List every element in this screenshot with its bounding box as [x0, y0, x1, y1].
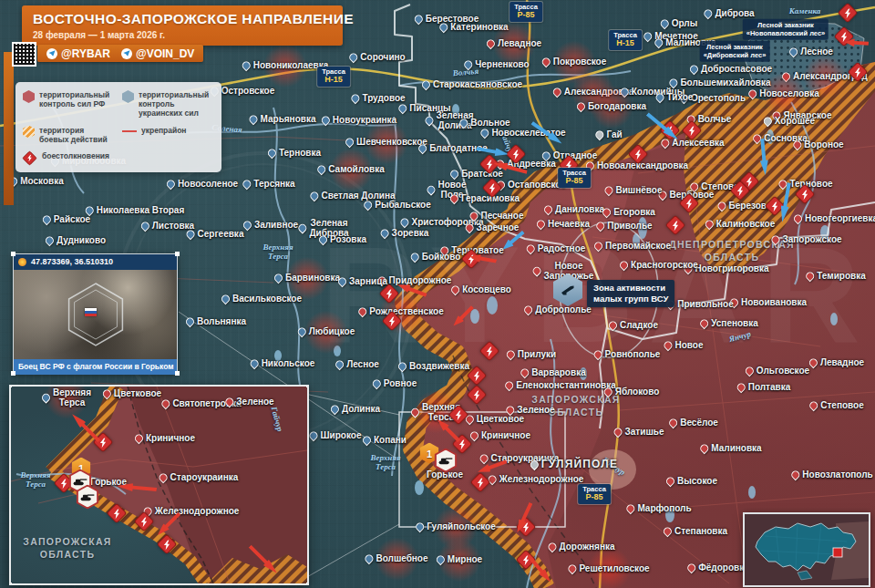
town-pin: [704, 219, 715, 231]
town-pin: [744, 366, 756, 377]
town-marker: Привольное: [666, 299, 734, 309]
town-label: Никольское: [262, 358, 315, 368]
tank-glyph: [73, 477, 88, 487]
town-marker: Розовка: [319, 234, 366, 244]
town-marker: Диброва: [704, 8, 754, 18]
town-pin: [133, 433, 145, 445]
town-pin: [770, 234, 782, 246]
legend-combat-label: территория боевых действий: [39, 126, 115, 144]
town-label: Орлы: [672, 18, 698, 28]
town-label: Самойловка: [328, 164, 384, 174]
town-label: Яблоково: [615, 387, 660, 397]
town-pin: [594, 129, 606, 141]
town-pin: [804, 271, 816, 283]
town-marker: Райское: [43, 214, 90, 224]
legend-fortified-label: укрепрайон: [141, 126, 187, 135]
town-label: Терсянка: [253, 179, 294, 189]
town-pin: [504, 405, 516, 417]
town-marker: Нечаевка: [537, 219, 590, 229]
town-marker: Запорожское: [771, 234, 841, 244]
town-marker: Вольное: [459, 118, 510, 128]
town-label: Широкое: [321, 430, 362, 440]
channel-rybar-label: @RYBAR: [61, 48, 110, 59]
town-label: Любицкое: [309, 326, 355, 336]
town-pin: [594, 221, 606, 232]
vsu-activity-line1: Зона активности: [593, 283, 668, 294]
town-pin: [663, 340, 674, 352]
road-badge-number: Н-15: [613, 39, 637, 48]
town-marker: Новосоленое: [167, 179, 238, 189]
legend-ua-control: территориальный контроль украинских сил: [122, 90, 214, 119]
town-marker: Старокасьяновское: [422, 79, 522, 89]
tactical-inset-map: Верхняя ТерсаЦветковоеСвятопетровкаЗелен…: [9, 385, 309, 585]
town-marker: Терновка: [268, 148, 321, 158]
inset-labels-layer: Верхняя ТерсаЦветковоеСвятопетровкаЗелен…: [11, 387, 307, 583]
town-label: Новогригоровка: [695, 263, 769, 273]
town-marker: Ровное: [373, 378, 417, 388]
town-label: Решетиловское: [579, 563, 649, 573]
town-label: Николаевка Вторая: [97, 205, 185, 215]
town-label: Новоивановка: [741, 297, 807, 307]
town-marker: Терсянка: [242, 179, 294, 189]
town-marker: Староукраинка: [160, 472, 239, 482]
lightning-icon: [671, 221, 681, 231]
town-label: Марфополь: [637, 503, 691, 513]
town-pin: [601, 207, 612, 219]
town-pin: [315, 164, 327, 176]
town-pin: [184, 316, 196, 328]
tank-glyph: [80, 492, 96, 502]
river-label: Каменка: [789, 7, 821, 16]
lightning-icon: [685, 199, 695, 209]
town-label: Гай: [606, 129, 622, 139]
town-label: ГУЛЯЙПОЛЕ: [541, 459, 618, 470]
ukraine-minimap-svg: [745, 514, 869, 585]
town-pin: [41, 214, 53, 226]
town-pin: [438, 22, 449, 34]
town-label: Трудовое: [362, 93, 405, 103]
lightning-icon: [511, 150, 521, 160]
road-badge: ТрассаР-85: [558, 168, 591, 188]
road-badge-number: Р-85: [562, 177, 586, 186]
town-marker: Степовое: [809, 400, 864, 410]
legend-combat-zone: территория боевых действий: [23, 126, 115, 144]
town-label: Хорошее: [775, 116, 815, 126]
town-marker: Гуляйпольское: [416, 521, 496, 531]
town-marker: Железнодорожное: [144, 506, 240, 516]
town-marker: Радостное: [527, 243, 586, 253]
town-label: Новоселовка: [759, 88, 819, 98]
town-label: Васильковское: [232, 294, 302, 304]
legend-clashes: боестолкновения: [23, 151, 115, 164]
town-marker: Зоревка: [381, 228, 429, 238]
vsu-activity-badge: Зона активности малых групп ВСУ: [587, 280, 674, 307]
town-marker: Вороное: [793, 139, 843, 150]
town-pin: [409, 252, 421, 263]
clash-icon: [467, 366, 488, 387]
town-marker: Первомайское: [594, 241, 671, 251]
town-pin: [334, 359, 345, 371]
combat-hex-icon: [23, 126, 35, 139]
town-label: Лесное: [346, 359, 379, 369]
town-label: Диброва: [715, 8, 754, 18]
town-marker: Воздвижевка: [398, 361, 469, 371]
town-marker: Братское: [450, 169, 503, 179]
town-marker: Долинка: [331, 404, 380, 414]
town-pin: [662, 526, 674, 538]
town-label: Варваровка: [531, 367, 585, 377]
town-pin: [659, 18, 671, 30]
town-marker: Марьяновка: [250, 114, 316, 124]
town-pin: [448, 169, 460, 181]
town-pin: [788, 46, 799, 58]
town-marker: Лесное: [335, 359, 379, 369]
town-label: Придорожное: [389, 275, 452, 285]
town-marker: Волшебное: [365, 553, 427, 563]
lightning-icon: [488, 183, 498, 193]
town-pin: [396, 103, 408, 115]
town-label: Вольнянка: [197, 316, 246, 326]
road-badge-number: Р-85: [582, 493, 606, 502]
town-label: Егоровка: [613, 207, 655, 217]
town-pin: [789, 469, 801, 481]
town-pin: [612, 427, 624, 438]
town-pin: [525, 243, 537, 255]
town-marker: Новозлатополь: [791, 469, 872, 480]
town-pin: [165, 179, 177, 191]
